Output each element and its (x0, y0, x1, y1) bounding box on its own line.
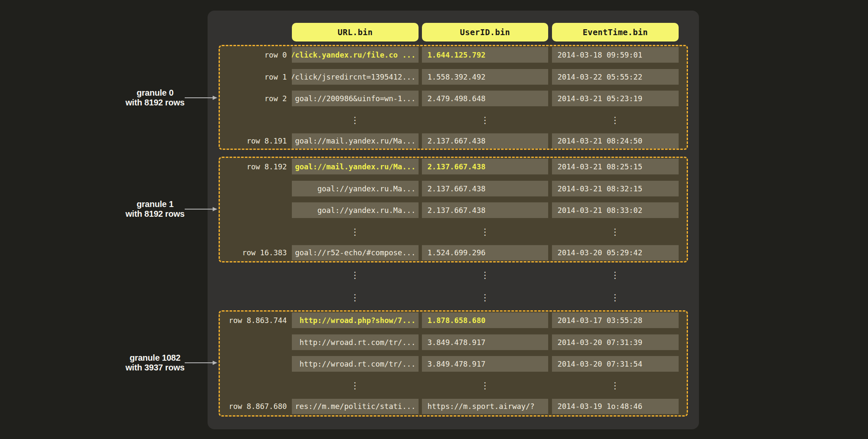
eventtime-cell: 2014-03-21 08:32:15 (552, 181, 679, 196)
arrow-right-icon (213, 361, 217, 365)
row-label (220, 334, 289, 350)
userid-cell: 1.644.125.792 (422, 47, 548, 63)
userid-cell: 2.137.667.438 (422, 181, 548, 196)
granule-box-0: row 0/click.yandex.ru/file.co ...1.644.1… (219, 45, 688, 150)
row-label: row 8.863.744 (220, 312, 289, 328)
row-label: row 0 (220, 47, 289, 63)
column-header-url: URL.bin (292, 23, 419, 41)
granule-box-1: row 8.192goal://mail.yandex.ru/Ma...2.13… (219, 157, 688, 262)
row-label (220, 181, 289, 196)
granules-diagram-page: URL.binUserID.binEventTime.bin row 0/cli… (0, 0, 868, 439)
row-label: row 2 (220, 91, 289, 106)
eventtime-cell: 2014-03-21 08:24:50 (552, 133, 679, 149)
eventtime-cell: 2014-03-21 08:25:15 (552, 159, 679, 174)
vertical-ellipsis-icon: ⋮ (606, 113, 624, 128)
vertical-ellipsis-icon: ⋮ (346, 113, 364, 128)
row-label: row 1 (220, 69, 289, 85)
column-header-eventtime: EventTime.bin (552, 23, 679, 41)
annotation-line: granule 1082 (100, 353, 210, 363)
eventtime-cell: 2014-03-20 05:29:42 (552, 245, 679, 260)
annotation-arrow (185, 209, 213, 210)
url-cell: goal://mail.yandex.ru/Ma... (292, 133, 419, 149)
annotation-arrow (185, 362, 213, 363)
url-cell: http://wroad.php?show/7... (292, 312, 419, 328)
row-label (220, 202, 289, 218)
row-label (220, 356, 289, 372)
vertical-ellipsis-icon: ⋮ (606, 224, 624, 240)
eventtime-cell: 2014-03-18 09:59:01 (552, 47, 679, 63)
vertical-ellipsis-icon: ⋮ (476, 290, 494, 305)
url-cell: res://m.me/politic/stati... (292, 399, 419, 414)
userid-cell: 2.137.667.438 (422, 202, 548, 218)
userid-cell: 3.849.478.917 (422, 334, 548, 350)
eventtime-cell: 2014-03-22 05:55:22 (552, 69, 679, 85)
annotation-line: with 8192 rows (100, 98, 210, 108)
row-label: row 8.191 (220, 133, 289, 149)
vertical-ellipsis-icon: ⋮ (606, 290, 624, 305)
eventtime-cell: 2014-03-21 05:23:19 (552, 91, 679, 106)
userid-cell: 3.849.478.917 (422, 356, 548, 372)
vertical-ellipsis-icon: ⋮ (476, 224, 494, 240)
url-cell: /click/jsredircnt=1395412... (292, 69, 419, 85)
eventtime-cell: 2014-03-21 08:33:02 (552, 202, 679, 218)
userid-cell: 2.479.498.648 (422, 91, 548, 106)
url-cell: http://wroad.rt.com/tr/... (292, 356, 419, 372)
url-cell: goal://r52-echo/#compose... (292, 245, 419, 260)
userid-cell: 1.558.392.492 (422, 69, 548, 85)
vertical-ellipsis-icon: ⋮ (606, 268, 624, 283)
vertical-ellipsis-icon: ⋮ (476, 113, 494, 128)
userid-cell: 1.878.658.680 (422, 312, 548, 328)
row-label: row 8.192 (220, 159, 289, 174)
annotation-line: with 8192 rows (100, 209, 210, 219)
vertical-ellipsis-icon: ⋮ (346, 224, 364, 240)
column-header-userid: UserID.bin (422, 23, 548, 41)
vertical-ellipsis-icon: ⋮ (606, 378, 624, 394)
annotation-line: granule 0 (100, 88, 210, 98)
row-label: row 16.383 (220, 245, 289, 260)
arrow-right-icon (213, 96, 217, 100)
url-cell: goal://mail.yandex.ru/Ma... (292, 159, 419, 174)
annotation-line: with 3937 rows (100, 363, 210, 373)
vertical-ellipsis-icon: ⋮ (346, 268, 364, 283)
vertical-ellipsis-icon: ⋮ (346, 378, 364, 394)
annotation-line: granule 1 (100, 199, 210, 209)
userid-cell: 2.137.667.438 (422, 159, 548, 174)
eventtime-cell: 2014-03-20 07:31:39 (552, 334, 679, 350)
annotation-arrow (185, 97, 213, 98)
url-cell: goal://yandex.ru.Ma... (292, 181, 419, 196)
url-cell: http://wroad.rt.com/tr/... (292, 334, 419, 350)
arrow-right-icon (213, 207, 217, 211)
url-cell: /click.yandex.ru/file.co ... (292, 47, 419, 63)
eventtime-cell: 2014-03-20 07:31:54 (552, 356, 679, 372)
userid-cell: 1.524.699.296 (422, 245, 548, 260)
eventtime-cell: 2014-03-17 03:55:28 (552, 312, 679, 328)
eventtime-cell: 2014-03-19 1o:48:46 (552, 399, 679, 414)
url-cell: goal://yandex.ru.Ma... (292, 202, 419, 218)
vertical-ellipsis-icon: ⋮ (346, 290, 364, 305)
granule-box-2: row 8.863.744http://wroad.php?show/7...1… (219, 310, 688, 417)
row-label: row 8.867.680 (220, 399, 289, 414)
url-cell: goal://200986&uinfo=wn-1... (292, 91, 419, 106)
vertical-ellipsis-icon: ⋮ (476, 268, 494, 283)
userid-cell: https://m.sport.airway/? (422, 399, 548, 414)
vertical-ellipsis-icon: ⋮ (476, 378, 494, 394)
userid-cell: 2.137.667.438 (422, 133, 548, 149)
